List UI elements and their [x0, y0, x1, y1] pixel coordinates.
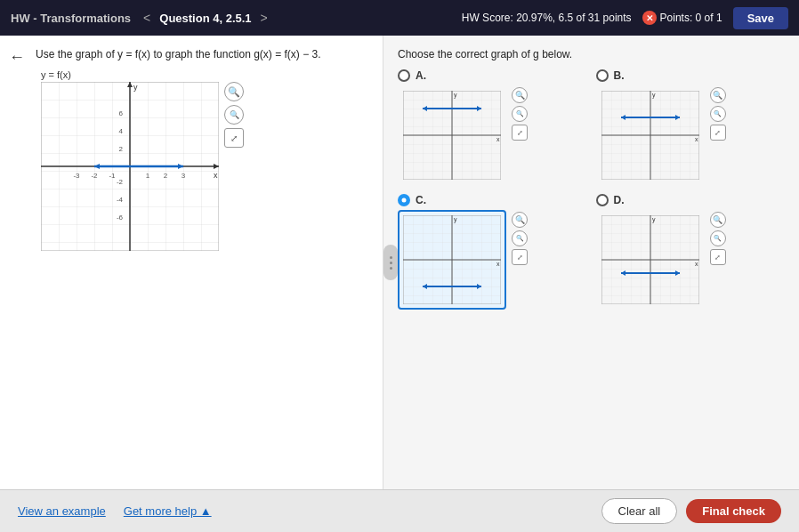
option-b-label: B. [614, 69, 625, 82]
option-c-header: C. [398, 194, 426, 206]
option-c-radio[interactable] [398, 194, 410, 206]
option-d-radio[interactable] [596, 194, 609, 206]
svg-text:y: y [652, 92, 656, 99]
option-d-label: D. [614, 194, 625, 206]
expand-tool[interactable]: ⤢ [224, 128, 244, 148]
option-c-item: C. x y [398, 194, 586, 310]
svg-text:4: 4 [119, 127, 124, 135]
svg-text:y: y [133, 83, 138, 92]
option-b-expand[interactable]: ⤢ [710, 125, 726, 141]
back-arrow-icon[interactable]: ← [9, 48, 25, 67]
svg-text:x: x [496, 136, 500, 142]
svg-text:-2: -2 [117, 178, 124, 186]
svg-text:3: 3 [182, 172, 186, 180]
score-label: HW Score: 20.97%, 6.5 of 31 points [462, 12, 632, 24]
option-a-header: A. [398, 69, 426, 82]
svg-text:-2: -2 [91, 172, 98, 180]
option-b-zoom-in[interactable]: 🔍 [710, 87, 726, 103]
bottom-left: View an example Get more help ▲ [18, 504, 212, 518]
svg-text:6: 6 [119, 109, 124, 117]
x-icon: ✕ [642, 11, 657, 25]
left-panel: ← Use the graph of y = f(x) to graph the… [0, 36, 383, 489]
option-c-box: x y 🔍 🔍 ⤢ [398, 210, 506, 310]
option-d-zoom-out[interactable]: 🔍 [710, 230, 726, 246]
svg-text:-6: -6 [117, 214, 124, 222]
top-bar: HW - Transformations < Question 4, 2.5.1… [0, 0, 799, 36]
panel-handle[interactable] [383, 245, 398, 280]
option-a-tools: 🔍 🔍 ⤢ [512, 87, 528, 141]
handle-dot-2 [390, 262, 392, 264]
svg-text:-4: -4 [117, 196, 124, 204]
option-b-tools: 🔍 🔍 ⤢ [710, 87, 726, 141]
top-bar-left: HW - Transformations < Question 4, 2.5.1… [11, 9, 273, 27]
option-c-tools: 🔍 🔍 ⤢ [512, 212, 528, 265]
option-d-header: D. [596, 194, 625, 206]
get-more-help-link[interactable]: Get more help ▲ [124, 504, 212, 518]
choose-text: Choose the correct graph of g below. [398, 48, 785, 60]
option-d-expand[interactable]: ⤢ [710, 249, 726, 265]
option-c-graph: x y [403, 215, 501, 304]
option-b-radio[interactable] [596, 69, 609, 82]
view-example-link[interactable]: View an example [18, 504, 106, 518]
nav-next-button[interactable]: > [255, 9, 273, 27]
bottom-bar: View an example Get more help ▲ Clear al… [0, 489, 799, 532]
svg-text:2: 2 [119, 145, 124, 153]
option-c-zoom-in[interactable]: 🔍 [512, 212, 528, 228]
option-b-graph: x y [601, 91, 699, 180]
option-b-box: x y 🔍 🔍 ⤢ [596, 85, 705, 185]
svg-text:y: y [454, 216, 457, 223]
main-graph-tools: 🔍 🔍 ⤢ [224, 82, 244, 148]
option-d-zoom-in[interactable]: 🔍 [710, 212, 726, 228]
right-panel: Choose the correct graph of g below. A. [383, 36, 799, 489]
save-button[interactable]: Save [733, 7, 788, 29]
option-a-zoom-out[interactable]: 🔍 [512, 106, 528, 122]
svg-text:-3: -3 [73, 172, 80, 180]
nav-arrows: < Question 4, 2.5.1 > [138, 9, 273, 27]
option-d-item: D. x y [596, 194, 785, 310]
bottom-right: Clear all Final check [601, 498, 782, 524]
graph-title: y = f(x) [41, 69, 368, 80]
option-a-graph: x y [403, 91, 501, 180]
option-b-item: B. x y [596, 69, 785, 185]
option-a-radio[interactable] [398, 69, 410, 82]
option-a-label: A. [416, 69, 426, 82]
svg-text:x: x [695, 261, 698, 267]
main-content: ← Use the graph of y = f(x) to graph the… [0, 36, 799, 489]
question-text: Use the graph of y = f(x) to graph the f… [14, 48, 368, 60]
handle-dot-3 [390, 267, 392, 270]
option-c-expand[interactable]: ⤢ [512, 249, 528, 265]
option-d-graph: x y [601, 215, 699, 304]
clear-all-button[interactable]: Clear all [601, 498, 678, 524]
handle-dot-1 [390, 256, 392, 259]
option-c-label: C. [416, 194, 426, 206]
svg-text:y: y [454, 92, 457, 99]
points-info: ✕ Points: 0 of 1 [642, 11, 722, 25]
zoom-in-tool[interactable]: 🔍 [224, 82, 244, 101]
svg-text:1: 1 [146, 172, 150, 180]
option-d-box: x y 🔍 🔍 ⤢ [596, 210, 705, 310]
main-graph: x y -3 -2 -1 1 2 3 6 4 2 -2 -4 [41, 82, 219, 251]
svg-text:-1: -1 [109, 172, 116, 180]
option-a-zoom-in[interactable]: 🔍 [512, 87, 528, 103]
brand-label: HW - Transformations [11, 12, 131, 25]
nav-prev-button[interactable]: < [138, 9, 156, 27]
top-bar-right: HW Score: 20.97%, 6.5 of 31 points ✕ Poi… [462, 7, 788, 29]
option-d-tools: 🔍 🔍 ⤢ [710, 212, 726, 265]
svg-text:y: y [652, 216, 656, 223]
option-a-expand[interactable]: ⤢ [512, 125, 528, 141]
zoom-out-tool[interactable]: 🔍 [224, 105, 244, 125]
option-b-header: B. [596, 69, 625, 82]
question-label: Question 4, 2.5.1 [159, 12, 251, 25]
points-label: Points: 0 of 1 [660, 12, 722, 24]
svg-text:x: x [695, 136, 698, 142]
option-a-item: A. x y [398, 69, 586, 185]
option-c-zoom-out[interactable]: 🔍 [512, 230, 528, 246]
svg-text:x: x [496, 261, 500, 267]
option-a-box: x y 🔍 🔍 ⤢ [398, 85, 506, 185]
svg-text:x: x [214, 171, 218, 180]
option-b-zoom-out[interactable]: 🔍 [710, 106, 726, 122]
options-grid: A. x y [398, 69, 785, 310]
svg-text:2: 2 [164, 172, 168, 180]
final-check-button[interactable]: Final check [686, 499, 781, 523]
